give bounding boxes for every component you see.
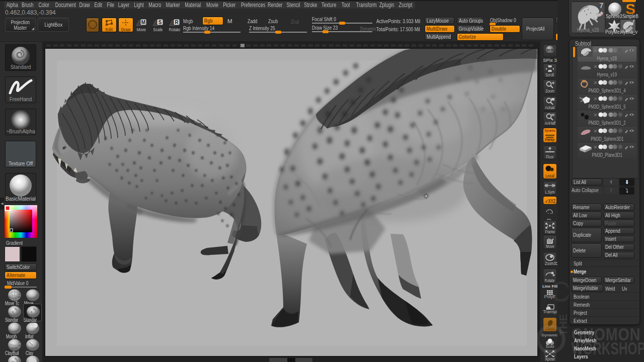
svg-text:R: R <box>175 20 179 25</box>
svg-text:BPR: BPR <box>546 48 553 52</box>
svg-text:M: M <box>141 20 145 25</box>
svg-text:S: S <box>158 20 162 25</box>
